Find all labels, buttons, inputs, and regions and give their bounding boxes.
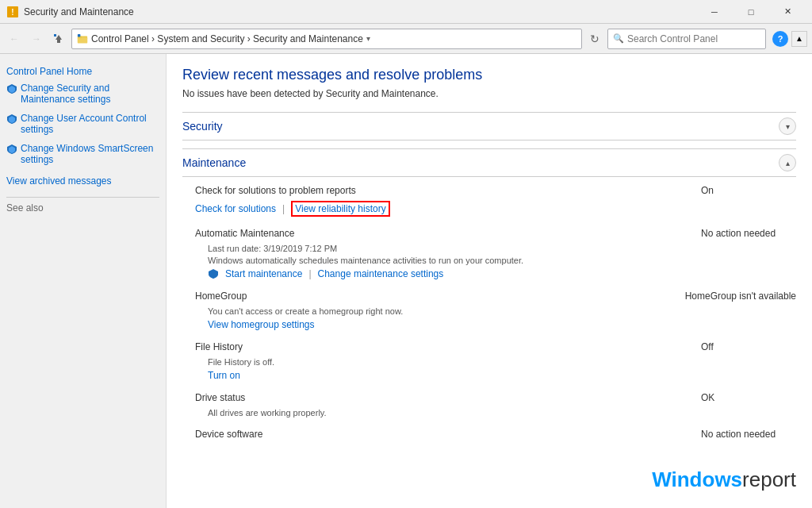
homegroup-detail: You can't access or create a homegroup r… (208, 306, 796, 316)
check-solutions-links: Check for solutions | View reliability h… (195, 201, 796, 217)
auto-maintenance-row: Automatic Maintenance No action needed (195, 228, 796, 239)
drive-status-section: Drive status OK All drives are working p… (195, 392, 796, 418)
svg-text:!: ! (11, 8, 13, 17)
file-history-row: File History Off (195, 341, 796, 352)
content-area: Review recent messages and resolve probl… (167, 54, 812, 508)
watermark-suffix: report (742, 468, 796, 491)
view-homegroup-link[interactable]: View homegroup settings (208, 319, 315, 330)
search-box[interactable]: 🔍 (607, 29, 766, 49)
maintenance-collapse-button[interactable]: ▴ (779, 154, 796, 171)
turn-on-link[interactable]: Turn on (208, 370, 240, 381)
back-button[interactable]: ← (5, 29, 24, 48)
change-security-link[interactable]: Change Security and Maintenance settings (21, 83, 159, 105)
shield-icon-1 (6, 83, 17, 94)
file-history-status: Off (701, 341, 796, 352)
device-software-section: Device software No action needed (195, 429, 796, 440)
change-smartscreen-link[interactable]: Change Windows SmartScreen settings (21, 143, 159, 165)
titlebar-title: Security and Maintenance (24, 6, 696, 17)
up-button[interactable] (49, 29, 68, 48)
page-title: Review recent messages and resolve probl… (182, 67, 796, 83)
drive-status-status: OK (701, 392, 796, 403)
drive-status-row: Drive status OK (195, 392, 796, 403)
auto-maintenance-detail-1: Last run date: 3/19/2019 7:12 PM (208, 244, 796, 253)
sidebar-item-smartscreen[interactable]: Change Windows SmartScreen settings (6, 143, 159, 168)
device-software-row: Device software No action needed (195, 429, 796, 440)
page-subtitle: No issues have been detected by Security… (182, 88, 796, 99)
link-separator-2: | (308, 268, 311, 279)
maximize-button[interactable]: □ (733, 0, 769, 24)
svg-rect-5 (78, 37, 87, 43)
device-software-label: Device software (195, 429, 262, 440)
maintenance-section-header[interactable]: Maintenance ▴ (182, 148, 796, 177)
homegroup-row: HomeGroup HomeGroup isn't available (195, 291, 796, 302)
watermark: Windowsreport (652, 468, 796, 492)
file-history-label: File History (195, 341, 243, 352)
file-history-section: File History Off File History is off. Tu… (195, 341, 796, 381)
file-history-links: Turn on (208, 370, 796, 381)
svg-rect-3 (54, 34, 56, 37)
maintenance-collapse-icon: ▴ (786, 159, 790, 167)
homegroup-status: HomeGroup isn't available (685, 291, 796, 302)
link-separator-1: | (282, 203, 285, 214)
refresh-icon: ↻ (590, 33, 599, 45)
auto-maintenance-status: No action needed (701, 228, 796, 239)
change-uac-link[interactable]: Change User Account Control settings (21, 113, 159, 135)
search-input[interactable] (627, 33, 760, 44)
sidebar-item-security-settings[interactable]: Change Security and Maintenance settings (6, 83, 159, 108)
sidebar: Control Panel Home Change Security and M… (0, 54, 167, 508)
security-collapse-button[interactable]: ▾ (779, 117, 796, 135)
check-solutions-section: Check for solutions to problem reports O… (195, 185, 796, 217)
auto-maintenance-links: Start maintenance | Change maintenance s… (208, 268, 796, 279)
folder-icon (77, 33, 88, 44)
homegroup-links: View homegroup settings (208, 319, 796, 330)
search-icon: 🔍 (613, 33, 624, 44)
maintenance-shield-icon (208, 268, 219, 279)
security-section-header[interactable]: Security ▾ (182, 112, 796, 140)
auto-maintenance-detail-2: Windows automatically schedules maintena… (208, 256, 796, 265)
sidebar-item-home[interactable]: Control Panel Home (6, 64, 159, 79)
check-solutions-link[interactable]: Check for solutions (195, 203, 276, 214)
view-archived-link[interactable]: View archived messages (6, 173, 159, 189)
security-collapse-icon: ▾ (786, 122, 790, 131)
change-maintenance-link[interactable]: Change maintenance settings (318, 268, 444, 279)
auto-maintenance-label: Automatic Maintenance (195, 228, 294, 239)
svg-rect-2 (57, 40, 60, 43)
forward-button[interactable]: → (27, 29, 46, 48)
close-button[interactable]: ✕ (769, 0, 806, 24)
breadcrumb-text: Control Panel › System and Security › Se… (91, 33, 363, 44)
drive-status-detail: All drives are working properly. (208, 408, 796, 418)
drive-status-label: Drive status (195, 392, 245, 403)
shield-icon-3 (6, 144, 17, 155)
main-layout: Control Panel Home Change Security and M… (0, 54, 812, 508)
shield-icon-2 (6, 114, 17, 125)
up-icon (53, 33, 64, 44)
security-section-title: Security (182, 120, 223, 133)
maintenance-section-title: Maintenance (182, 156, 246, 169)
file-history-detail: File History is off. (208, 357, 796, 367)
check-solutions-label: Check for solutions to problem reports (195, 185, 356, 196)
addressbar: ← → Control Panel › System and Security … (0, 24, 812, 54)
check-solutions-status: On (701, 185, 796, 196)
start-maintenance-link[interactable]: Start maintenance (225, 268, 302, 279)
minimize-button[interactable]: ─ (696, 0, 733, 24)
auto-maintenance-section: Automatic Maintenance No action needed L… (195, 228, 796, 279)
titlebar-icon: ! (6, 6, 19, 18)
homegroup-section: HomeGroup HomeGroup isn't available You … (195, 291, 796, 330)
maintenance-section: Maintenance ▴ Check for solutions to pro… (182, 148, 796, 459)
homegroup-label: HomeGroup (195, 291, 247, 302)
address-box[interactable]: Control Panel › System and Security › Se… (71, 29, 582, 49)
sidebar-item-uac[interactable]: Change User Account Control settings (6, 113, 159, 138)
help-button[interactable]: ? (772, 31, 788, 47)
see-also: See also (6, 197, 159, 214)
svg-rect-7 (78, 33, 81, 37)
check-solutions-row: Check for solutions to problem reports O… (195, 185, 796, 196)
maintenance-content: Check for solutions to problem reports O… (182, 177, 796, 459)
view-reliability-link[interactable]: View reliability history (291, 201, 390, 217)
refresh-button[interactable]: ↻ (585, 29, 604, 48)
titlebar-controls: ─ □ ✕ (696, 0, 806, 24)
device-software-status: No action needed (701, 429, 796, 440)
watermark-prefix: Windows (652, 468, 742, 491)
scroll-up-button[interactable]: ▲ (791, 31, 807, 47)
dropdown-arrow[interactable]: ▾ (366, 34, 370, 43)
titlebar: ! Security and Maintenance ─ □ ✕ (0, 0, 812, 24)
